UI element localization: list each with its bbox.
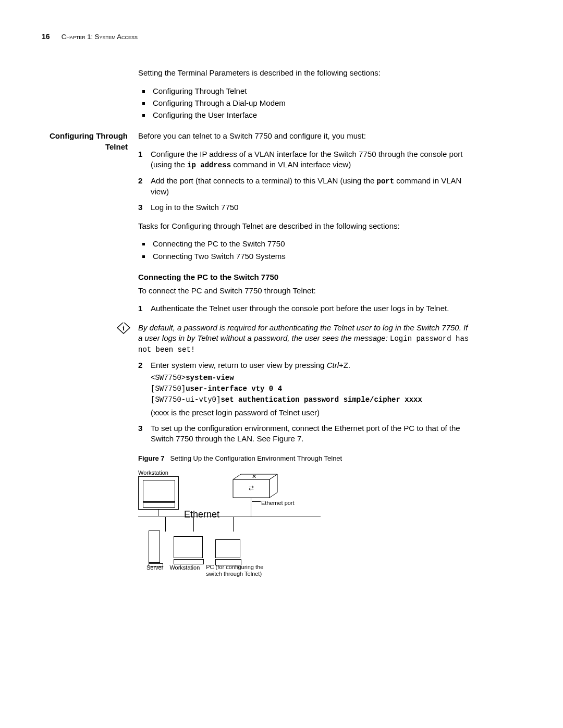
svg-text:⇄: ⇄ xyxy=(249,484,254,491)
subsection-heading: Connecting the PC to the Switch 7750 xyxy=(138,272,472,282)
workstation-label: Workstation xyxy=(138,469,168,477)
list-item: Configuring the User Interface xyxy=(151,110,472,120)
list-item: Connecting the PC to the Switch 7750 xyxy=(151,239,472,249)
intro-bullet-list: Configuring Through Telnet Configuring T… xyxy=(138,86,472,121)
section-heading: Configuring Through Telnet xyxy=(42,131,128,589)
server-label: Server xyxy=(146,564,163,577)
workstation-label: Workstation xyxy=(169,564,200,577)
list-item: To set up the configuration environment,… xyxy=(138,423,472,445)
pc-label: PC (for configuring the switch through T… xyxy=(206,564,279,577)
info-note: i By default, a password is required for… xyxy=(116,323,472,355)
list-item: Log in to the Switch 7750 xyxy=(138,202,472,213)
list-item: Configure the IP address of a VLAN inter… xyxy=(138,149,472,170)
server-icon xyxy=(149,530,163,566)
info-icon: i xyxy=(116,323,131,334)
figure-caption: Figure 7 Setting Up the Configuration En… xyxy=(138,454,472,463)
list-item: Configuring Through a Dial-up Modem xyxy=(151,98,472,108)
list-item: Configuring Through Telnet xyxy=(151,86,472,96)
svg-text:✕: ✕ xyxy=(252,473,256,479)
telnet-intro: Before you can telnet to a Switch 7750 a… xyxy=(138,131,472,141)
conn-steps: Authenticate the Telnet user through the… xyxy=(138,303,472,314)
prerequisite-steps: Configure the IP address of a VLAN inter… xyxy=(138,149,472,213)
code-block: <SW7750>system-view [SW7750]user-interfa… xyxy=(151,373,472,405)
ethernet-label: Ethernet xyxy=(184,508,219,521)
list-item: Authenticate the Telnet user through the… xyxy=(138,303,472,314)
list-item: Enter system view, return to user view b… xyxy=(138,360,472,418)
chapter-title: Chapter 1: System Access xyxy=(62,33,138,41)
switch-icon: ✕ ⇄ xyxy=(228,474,275,500)
workstation-icon xyxy=(174,536,205,566)
svg-text:i: i xyxy=(123,324,125,332)
pc-icon xyxy=(215,539,242,566)
figure-diagram: Workstation ✕ ⇄ Ethernet port xyxy=(138,469,326,589)
inline-code: port xyxy=(377,177,395,186)
page-header: 16 Chapter 1: System Access xyxy=(42,31,521,42)
tasks-bullet-list: Connecting the PC to the Switch 7750 Con… xyxy=(138,239,472,262)
conn-steps-cont: Enter system view, return to user view b… xyxy=(138,360,472,445)
workstation-icon xyxy=(138,476,179,510)
conn-intro: To connect the PC and Switch 7750 throug… xyxy=(138,286,472,296)
page-number: 16 xyxy=(42,32,50,41)
code-note: (xxxx is the preset login password of Te… xyxy=(151,408,472,418)
inline-code: ip address xyxy=(187,161,231,169)
list-item: Add the port (that connects to a termina… xyxy=(138,176,472,197)
ethernet-port-label: Ethernet port xyxy=(261,499,295,507)
list-item: Connecting Two Switch 7750 Systems xyxy=(151,251,472,262)
note-text: By default, a password is required for a… xyxy=(138,323,472,355)
tasks-paragraph: Tasks for Configuring through Telnet are… xyxy=(138,221,472,231)
intro-paragraph: Setting the Terminal Parameters is descr… xyxy=(138,68,472,78)
